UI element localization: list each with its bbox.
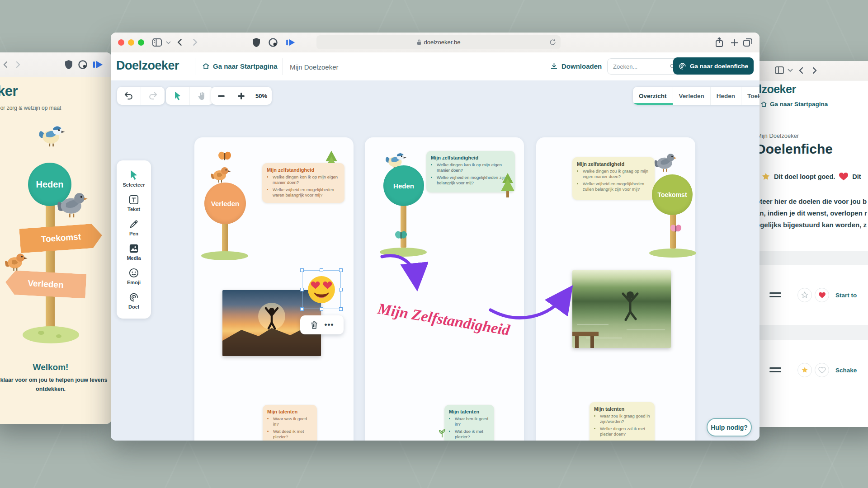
redo-button[interactable] bbox=[141, 87, 165, 105]
right-home-link[interactable]: Ga naar Startpagina bbox=[760, 101, 828, 108]
sidebar-icon[interactable] bbox=[775, 66, 784, 74]
minus-icon bbox=[218, 95, 225, 97]
sidebar-icon[interactable] bbox=[152, 38, 162, 47]
home-icon bbox=[760, 101, 767, 108]
tool-palette: Selecteer Tekst Pen Media Emoji Doel bbox=[117, 160, 151, 319]
tab-verleden[interactable]: Verleden bbox=[673, 87, 711, 105]
photo-future[interactable] bbox=[572, 270, 671, 348]
forward-icon[interactable] bbox=[14, 61, 22, 69]
media-icon bbox=[129, 244, 139, 253]
status-other: Dit bbox=[852, 173, 861, 180]
close-window-button[interactable] bbox=[118, 39, 124, 46]
extension-play-icon[interactable] bbox=[93, 60, 104, 69]
body-line: ogelijks bijgestuurd kan worden, z bbox=[756, 221, 867, 229]
grass-mound bbox=[23, 326, 79, 343]
share-icon[interactable] bbox=[715, 37, 724, 47]
tool-pen[interactable]: Pen bbox=[117, 216, 151, 240]
sticky-note[interactable]: Mijn talenten Waar zou ik graag goed in … bbox=[590, 402, 655, 441]
drag-handle-icon[interactable] bbox=[769, 367, 781, 373]
right-breadcrumb: Mijn Doelzoeker bbox=[757, 132, 799, 139]
search-input[interactable] bbox=[612, 63, 667, 70]
header-divider bbox=[283, 58, 283, 75]
tool-media[interactable]: Media bbox=[117, 240, 151, 264]
pan-mode-button[interactable] bbox=[190, 87, 213, 105]
tool-tekst[interactable]: Tekst bbox=[117, 191, 151, 216]
undo-icon bbox=[124, 91, 134, 100]
sign-toekomst[interactable]: Toekomst bbox=[652, 174, 693, 215]
zoom-out-button[interactable] bbox=[211, 87, 231, 105]
body-line: oteer hier de doelen die voor jou b bbox=[756, 197, 867, 205]
canvas[interactable]: 50% Overzicht Verleden Heden Toekomst Se… bbox=[111, 80, 760, 441]
zoom-in-button[interactable] bbox=[231, 87, 251, 105]
panel-verleden: Verleden Mijn zelfstandigheid Welke ding… bbox=[194, 137, 354, 441]
sticky-note[interactable]: Mijn zelfstandigheid Welke dingen zou ik… bbox=[572, 157, 655, 200]
tab-toekomst[interactable]: Toekomst bbox=[741, 87, 760, 105]
butterfly-icon bbox=[218, 151, 231, 163]
signpost-pole bbox=[222, 222, 228, 255]
butterfly-icon bbox=[670, 224, 682, 234]
sign-heden[interactable]: Heden bbox=[383, 165, 424, 206]
drag-handle-icon[interactable] bbox=[769, 292, 781, 298]
tab-overview-icon[interactable] bbox=[743, 38, 752, 47]
zoom-level[interactable]: 50% bbox=[251, 87, 272, 105]
forward-icon[interactable] bbox=[190, 38, 199, 47]
trash-icon[interactable] bbox=[310, 321, 318, 329]
background-window-right: lzoeker Ga naar Startpagina Mijn Doelzoe… bbox=[750, 61, 868, 427]
context-menu: ••• bbox=[300, 315, 344, 334]
purple-arrow[interactable] bbox=[485, 279, 576, 329]
heart-toggle[interactable] bbox=[815, 363, 829, 377]
lock-icon bbox=[417, 39, 421, 45]
go-to-doelenfiche-button[interactable]: Ga naar doelenfiche bbox=[673, 57, 754, 75]
search-box[interactable] bbox=[607, 58, 680, 75]
back-icon[interactable] bbox=[797, 66, 806, 75]
welcome-line1: al klaar voor om jou te helpen jouw leve… bbox=[0, 377, 112, 383]
star-toggle[interactable] bbox=[797, 363, 812, 377]
status-good: Dit doel loopt goed. bbox=[774, 173, 835, 180]
undo-button[interactable] bbox=[117, 87, 141, 105]
tool-selecteer[interactable]: Selecteer bbox=[117, 166, 151, 191]
goal-row[interactable]: Schake bbox=[750, 340, 868, 400]
heart-eyes-emoji[interactable] bbox=[307, 275, 336, 305]
select-mode-button[interactable] bbox=[166, 87, 189, 105]
reload-icon[interactable] bbox=[549, 39, 556, 46]
chevron-down-icon[interactable] bbox=[166, 41, 171, 44]
sticky-note[interactable]: Mijn zelfstandigheid Welke dingen kon ik… bbox=[262, 163, 344, 203]
star-toggle[interactable] bbox=[797, 288, 812, 302]
tool-emoji[interactable]: Emoji bbox=[117, 264, 151, 289]
forward-icon[interactable] bbox=[810, 66, 818, 75]
sticky-note[interactable]: Mijn talenten Waar ben ik goed in? Wat d… bbox=[444, 405, 494, 441]
heart-icon bbox=[839, 172, 849, 181]
emoji-selection-frame[interactable] bbox=[302, 270, 341, 309]
minimize-window-button[interactable] bbox=[128, 39, 134, 46]
chevron-down-icon[interactable] bbox=[788, 69, 793, 72]
shield-icon[interactable] bbox=[64, 60, 73, 70]
sticky-note[interactable]: Mijn talenten Waar was ik goed in? Wat d… bbox=[263, 405, 317, 441]
zoom-window-button[interactable] bbox=[138, 39, 144, 46]
sign-verleden[interactable]: Verleden bbox=[204, 183, 246, 224]
download-button[interactable]: Downloaden bbox=[550, 62, 602, 70]
pen-icon bbox=[129, 219, 139, 229]
goal-link[interactable]: Schake bbox=[835, 367, 857, 374]
shield-icon[interactable] bbox=[252, 38, 261, 47]
app-logo[interactable]: Doelzoeker bbox=[116, 59, 179, 73]
more-icon[interactable]: ••• bbox=[325, 320, 334, 329]
tab-overzicht[interactable]: Overzicht bbox=[633, 87, 673, 105]
privacy-icon[interactable] bbox=[268, 38, 278, 47]
goal-link[interactable]: Start to bbox=[835, 292, 857, 299]
help-button[interactable]: Hulp nodig? bbox=[707, 418, 752, 436]
home-link[interactable]: Ga naar Startpagina bbox=[202, 62, 278, 70]
hand-icon bbox=[197, 91, 206, 101]
table-band bbox=[750, 325, 868, 340]
purple-arrow[interactable] bbox=[378, 251, 428, 294]
heart-toggle[interactable] bbox=[815, 288, 829, 302]
tab-heden[interactable]: Heden bbox=[711, 87, 741, 105]
back-icon[interactable] bbox=[176, 38, 184, 47]
tool-doel[interactable]: Doel bbox=[117, 289, 151, 313]
privacy-icon[interactable] bbox=[78, 60, 88, 70]
url-bar[interactable]: doelzoeker.be bbox=[316, 35, 561, 49]
goal-row[interactable]: Start to bbox=[750, 265, 868, 325]
extension-play-icon[interactable] bbox=[285, 38, 297, 47]
back-icon[interactable] bbox=[2, 61, 10, 69]
pointer-mode-group bbox=[166, 87, 213, 105]
new-tab-icon[interactable] bbox=[731, 39, 738, 47]
